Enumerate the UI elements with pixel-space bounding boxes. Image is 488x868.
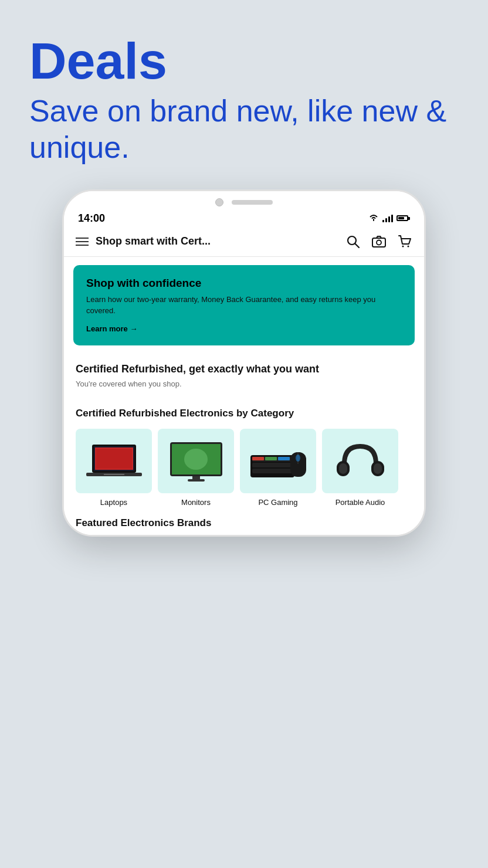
phone-content: Shop with confidence Learn how our two-y… bbox=[64, 257, 424, 535]
hero-section: Deals Save on brand new, like new & uniq… bbox=[29, 35, 459, 166]
category-label-audio: Portable Audio bbox=[336, 498, 385, 507]
category-label-laptops: Laptops bbox=[100, 498, 127, 507]
hero-subtitle: Save on brand new, like new & unique. bbox=[29, 93, 459, 166]
category-item-audio[interactable]: Portable Audio bbox=[322, 429, 398, 507]
cart-icon[interactable] bbox=[397, 234, 412, 249]
cr-subtext: You're covered when you shop. bbox=[76, 379, 412, 388]
svg-point-26 bbox=[296, 455, 300, 462]
brands-section: Featured Electronics Brands bbox=[64, 507, 424, 535]
category-item-monitors[interactable]: Monitors bbox=[158, 429, 234, 507]
category-img-laptops bbox=[76, 429, 152, 493]
confidence-description: Learn how our two-year warranty, Money B… bbox=[86, 294, 402, 317]
svg-point-5 bbox=[408, 245, 409, 247]
svg-rect-29 bbox=[339, 463, 347, 474]
phone-notch bbox=[64, 191, 424, 209]
svg-rect-19 bbox=[252, 463, 293, 467]
status-time: 14:00 bbox=[78, 212, 105, 225]
battery-icon bbox=[396, 215, 410, 221]
category-img-audio bbox=[322, 429, 398, 493]
confidence-title: Shop with confidence bbox=[86, 277, 402, 290]
svg-rect-2 bbox=[372, 238, 385, 247]
svg-line-1 bbox=[355, 243, 360, 247]
category-label-monitors: Monitors bbox=[181, 498, 211, 507]
brands-title: Featured Electronics Brands bbox=[76, 517, 412, 529]
svg-rect-22 bbox=[265, 457, 277, 460]
category-section: Certified Refurbished Electronics by Cat… bbox=[64, 401, 424, 507]
status-bar: 14:00 bbox=[64, 209, 424, 227]
page-background: Deals Save on brand new, like new & uniq… bbox=[0, 0, 488, 868]
phone-speaker bbox=[232, 200, 273, 205]
category-row: Laptops bbox=[76, 429, 412, 507]
app-header: Shop smart with Cert... bbox=[64, 227, 424, 257]
svg-rect-20 bbox=[252, 469, 293, 473]
svg-rect-12 bbox=[188, 479, 205, 482]
cr-headline: Certified Refurbished, get exactly what … bbox=[76, 362, 412, 376]
svg-rect-10 bbox=[96, 449, 132, 469]
status-icons bbox=[368, 213, 410, 223]
category-img-monitors bbox=[158, 429, 234, 493]
cr-section: Certified Refurbished, get exactly what … bbox=[64, 354, 424, 401]
category-label-gaming: PC Gaming bbox=[258, 498, 297, 507]
header-icons bbox=[345, 234, 412, 249]
phone-mockup: 14:00 bbox=[62, 189, 426, 537]
confidence-link[interactable]: Learn more → bbox=[86, 324, 137, 333]
category-img-gaming bbox=[240, 429, 316, 493]
phone-camera bbox=[215, 198, 223, 206]
svg-point-4 bbox=[402, 245, 404, 247]
wifi-icon bbox=[368, 213, 379, 223]
category-item-laptops[interactable]: Laptops bbox=[76, 429, 152, 507]
svg-rect-21 bbox=[252, 457, 264, 460]
confidence-banner[interactable]: Shop with confidence Learn how our two-y… bbox=[73, 265, 415, 346]
header-title: Shop smart with Cert... bbox=[96, 235, 211, 247]
signal-icon bbox=[382, 214, 393, 222]
search-icon[interactable] bbox=[345, 234, 361, 249]
phone-wrapper: 14:00 bbox=[29, 189, 459, 537]
category-section-title: Certified Refurbished Electronics by Cat… bbox=[76, 407, 412, 421]
svg-point-3 bbox=[377, 240, 381, 245]
hero-title: Deals bbox=[29, 35, 459, 87]
header-left: Shop smart with Cert... bbox=[76, 235, 211, 247]
camera-icon[interactable] bbox=[371, 234, 387, 249]
svg-point-16 bbox=[184, 449, 208, 470]
category-item-gaming[interactable]: PC Gaming bbox=[240, 429, 316, 507]
svg-rect-30 bbox=[374, 463, 382, 474]
svg-rect-23 bbox=[278, 457, 290, 460]
hamburger-menu[interactable] bbox=[76, 238, 89, 246]
